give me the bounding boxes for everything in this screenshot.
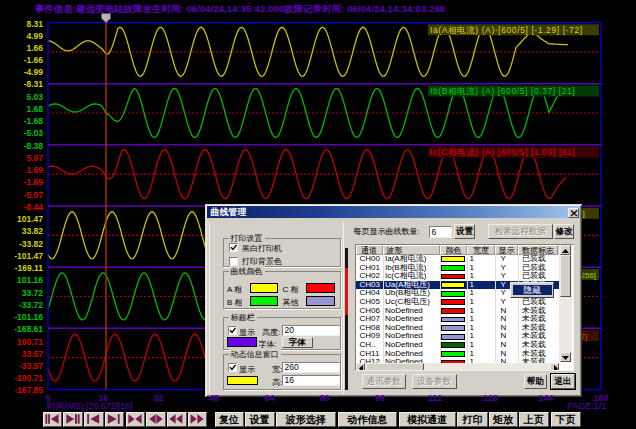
svg-text:7]: 7] [581,332,588,341]
svg-text:33.72: 33.72 [22,288,44,298]
svg-text:33.57: 33.57 [22,349,44,359]
svg-text:-33.57: -33.57 [19,361,43,371]
svg-text:Ia(A相电流) (A)-[600/5] [-1.29] [: Ia(A相电流) (A)-[600/5] [-1.29] [-72] [430,25,583,35]
svg-text:-5.03: -5.03 [24,128,44,138]
svg-text:Ib(B相电流) (A) [600/5] [0.37] [2: Ib(B相电流) (A) [600/5] [0.37] [21] [430,86,575,96]
svg-text:Ic(C相电流) (A) [600/5] [1.09] [6: Ic(C相电流) (A) [600/5] [1.09] [61] [430,147,575,157]
svg-text:1.66: 1.66 [26,43,43,53]
svg-text:-33.82: -33.82 [19,239,43,249]
svg-text:-33.72: -33.72 [19,300,43,310]
svg-text:101.16: 101.16 [17,275,43,285]
svg-text:5.07: 5.07 [26,153,43,163]
svg-text:-101.16: -101.16 [14,312,43,322]
svg-text:101.47: 101.47 [17,214,43,224]
svg-text:33.82: 33.82 [22,226,44,236]
svg-text:-1.68: -1.68 [24,116,44,126]
svg-text:-169.11: -169.11 [15,263,44,273]
svg-text:-8.38: -8.38 [24,141,44,151]
svg-text:-5.07: -5.07 [24,190,44,200]
svg-text:5.03: 5.03 [26,92,43,102]
svg-text:-8.44: -8.44 [24,202,44,212]
svg-text:-4.99: -4.99 [24,67,44,77]
svg-text:-101.47: -101.47 [14,251,43,261]
svg-text:1.69: 1.69 [26,165,43,175]
svg-text:]: ] [583,209,585,218]
svg-text:1.68: 1.68 [26,104,43,114]
svg-text:-8.31: -8.31 [24,79,44,89]
svg-text:4.99: 4.99 [26,31,43,41]
svg-text:8.31: 8.31 [26,19,43,29]
svg-text:256]: 256] [581,271,597,280]
svg-text:-168.61: -168.61 [14,324,43,334]
svg-text:-1.66: -1.66 [24,55,44,65]
svg-text:100.71: 100.71 [17,337,43,347]
svg-text:-1.69: -1.69 [24,177,44,187]
svg-text:-100.71: -100.71 [14,373,43,383]
